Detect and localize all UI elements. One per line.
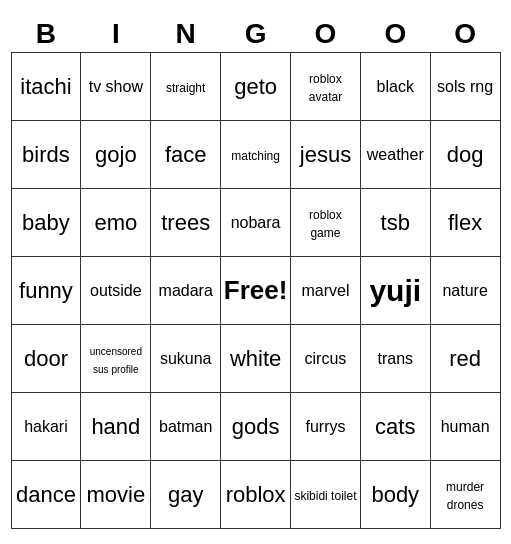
bingo-cell: matching <box>221 121 291 189</box>
bingo-cell: batman <box>151 393 221 461</box>
bingo-cell: red <box>430 325 500 393</box>
header-cell: O <box>360 15 430 53</box>
bingo-cell: Free! <box>221 257 291 325</box>
bingo-cell: emo <box>81 189 151 257</box>
table-row: hakarihandbatmangodsfurryscatshuman <box>11 393 500 461</box>
bingo-cell: roblox avatar <box>291 53 361 121</box>
header-cell: G <box>221 15 291 53</box>
bingo-cell: nature <box>430 257 500 325</box>
bingo-cell: flex <box>430 189 500 257</box>
bingo-cell: white <box>221 325 291 393</box>
bingo-cell: black <box>360 53 430 121</box>
header-cell: O <box>291 15 361 53</box>
bingo-cell: roblox <box>221 461 291 529</box>
bingo-cell: gay <box>151 461 221 529</box>
bingo-cell: hakari <box>11 393 81 461</box>
header-cell: O <box>430 15 500 53</box>
bingo-cell: body <box>360 461 430 529</box>
bingo-cell: nobara <box>221 189 291 257</box>
header-cell: B <box>11 15 81 53</box>
bingo-cell: dance <box>11 461 81 529</box>
bingo-cell: hand <box>81 393 151 461</box>
bingo-cell: door <box>11 325 81 393</box>
bingo-cell: outside <box>81 257 151 325</box>
bingo-cell: human <box>430 393 500 461</box>
table-row: funnyoutsidemadaraFree!marvelyujinature <box>11 257 500 325</box>
bingo-cell: dog <box>430 121 500 189</box>
bingo-cell: yuji <box>360 257 430 325</box>
bingo-cell: itachi <box>11 53 81 121</box>
bingo-table: BINGOOO itachitv showstraightgetoroblox … <box>11 15 501 530</box>
bingo-cell: weather <box>360 121 430 189</box>
bingo-cell: tsb <box>360 189 430 257</box>
bingo-cell: skibidi toilet <box>291 461 361 529</box>
bingo-cell: tv show <box>81 53 151 121</box>
table-row: itachitv showstraightgetoroblox avatarbl… <box>11 53 500 121</box>
header-cell: N <box>151 15 221 53</box>
bingo-cell: uncensored sus profile <box>81 325 151 393</box>
bingo-cell: movie <box>81 461 151 529</box>
bingo-cell: marvel <box>291 257 361 325</box>
bingo-cell: geto <box>221 53 291 121</box>
header-cell: I <box>81 15 151 53</box>
bingo-cell: sols rng <box>430 53 500 121</box>
table-row: dancemoviegayrobloxskibidi toiletbodymur… <box>11 461 500 529</box>
bingo-cell: birds <box>11 121 81 189</box>
table-row: babyemotreesnobararoblox gametsbflex <box>11 189 500 257</box>
bingo-cell: madara <box>151 257 221 325</box>
bingo-cell: murder drones <box>430 461 500 529</box>
bingo-cell: sukuna <box>151 325 221 393</box>
bingo-cell: jesus <box>291 121 361 189</box>
bingo-cell: trees <box>151 189 221 257</box>
bingo-cell: furrys <box>291 393 361 461</box>
bingo-cell: roblox game <box>291 189 361 257</box>
bingo-cell: trans <box>360 325 430 393</box>
bingo-cell: face <box>151 121 221 189</box>
bingo-cell: cats <box>360 393 430 461</box>
table-row: dooruncensored sus profilesukunawhitecir… <box>11 325 500 393</box>
bingo-cell: baby <box>11 189 81 257</box>
table-row: birdsgojofacematchingjesusweatherdog <box>11 121 500 189</box>
bingo-cell: gojo <box>81 121 151 189</box>
bingo-cell: circus <box>291 325 361 393</box>
bingo-cell: funny <box>11 257 81 325</box>
bingo-cell: straight <box>151 53 221 121</box>
bingo-cell: gods <box>221 393 291 461</box>
